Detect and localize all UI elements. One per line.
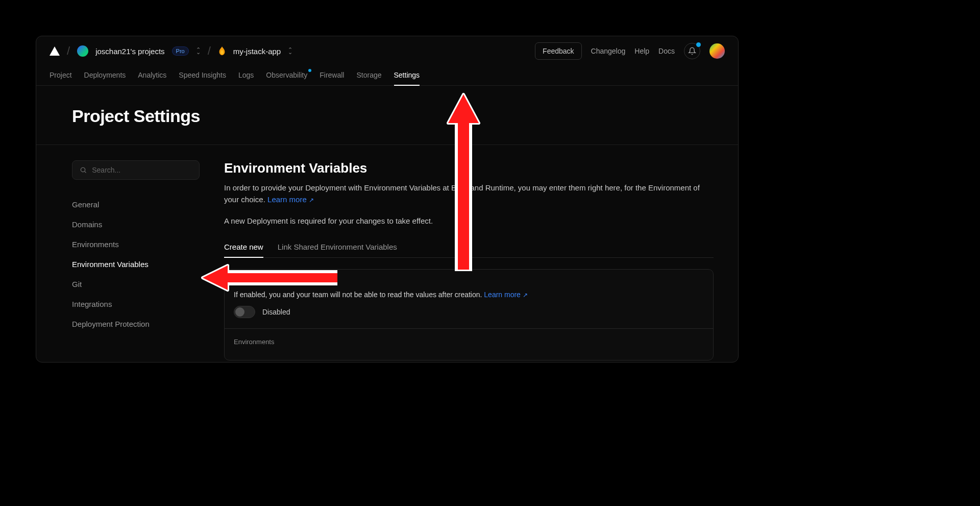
subtab-link-shared-environment-variables[interactable]: Link Shared Environment Variables	[278, 243, 397, 257]
nav-tab-observability[interactable]: Observability	[266, 66, 307, 85]
external-link-icon: ↗	[523, 292, 528, 299]
page-heading: Project Settings	[36, 86, 738, 145]
section-note: A new Deployment is required for your ch…	[224, 216, 714, 225]
breadcrumb-separator: /	[208, 44, 211, 58]
sensitive-toggle[interactable]	[234, 306, 255, 318]
svg-line-1	[85, 172, 86, 173]
environments-label: Environments	[234, 338, 704, 346]
toggle-state-label: Disabled	[262, 308, 290, 316]
section-description: In order to provide your Deployment with…	[224, 182, 714, 205]
sensitive-section: Sensitive If enabled, you and your team …	[225, 270, 713, 329]
breadcrumb: / joschan21's projects Pro ⌃⌄ / my-jstac…	[50, 44, 292, 58]
top-right-actions: Feedback Changelog Help Docs	[535, 42, 725, 60]
project-flame-icon	[218, 46, 226, 56]
sidebar-item-domains[interactable]: Domains	[72, 220, 200, 229]
sensitive-label: Sensitive	[234, 279, 704, 286]
nav-tab-firewall[interactable]: Firewall	[320, 66, 344, 85]
project-switcher-icon[interactable]: ⌃⌄	[288, 49, 292, 54]
settings-main: Environment Variables In order to provid…	[200, 160, 738, 360]
nav-tab-storage[interactable]: Storage	[356, 66, 381, 85]
team-switcher-icon[interactable]: ⌃⌄	[196, 49, 201, 54]
env-sub-tabs: Create newLink Shared Environment Variab…	[224, 243, 714, 258]
nav-tab-project[interactable]: Project	[50, 66, 72, 85]
section-title: Environment Variables	[224, 160, 714, 176]
notifications-button[interactable]	[684, 43, 700, 59]
svg-point-0	[81, 167, 85, 172]
nav-tab-settings[interactable]: Settings	[394, 66, 420, 85]
environments-section: Environments	[225, 329, 713, 360]
project-nav-tabs: ProjectDeploymentsAnalyticsSpeed Insight…	[36, 66, 738, 86]
toggle-knob-icon	[235, 307, 244, 317]
sidebar-item-environment-variables[interactable]: Environment Variables	[72, 260, 200, 269]
help-link[interactable]: Help	[634, 47, 649, 55]
bell-icon	[688, 47, 696, 55]
sidebar-item-git[interactable]: Git	[72, 280, 200, 288]
team-avatar-icon	[77, 45, 88, 57]
search-input[interactable]	[92, 166, 192, 174]
sidebar-item-integrations[interactable]: Integrations	[72, 300, 200, 308]
docs-link[interactable]: Docs	[658, 47, 675, 55]
app-window: / joschan21's projects Pro ⌃⌄ / my-jstac…	[36, 36, 739, 363]
sensitive-learn-more-link[interactable]: Learn more↗	[484, 291, 528, 299]
feedback-button[interactable]: Feedback	[535, 42, 581, 60]
user-avatar[interactable]	[709, 43, 725, 59]
nav-tab-speed-insights[interactable]: Speed Insights	[179, 66, 226, 85]
project-name[interactable]: my-jstack-app	[233, 47, 281, 56]
sidebar-item-general[interactable]: General	[72, 200, 200, 209]
settings-search[interactable]	[72, 160, 200, 180]
nav-tab-analytics[interactable]: Analytics	[138, 66, 166, 85]
changelog-link[interactable]: Changelog	[591, 47, 626, 55]
tab-notification-dot-icon	[308, 69, 311, 72]
sidebar-list: GeneralDomainsEnvironmentsEnvironment Va…	[72, 200, 200, 328]
notification-dot-icon	[696, 42, 701, 47]
sidebar-item-deployment-protection[interactable]: Deployment Protection	[72, 320, 200, 328]
learn-more-link[interactable]: Learn more↗	[267, 195, 314, 204]
plan-badge: Pro	[172, 46, 189, 56]
search-icon	[80, 166, 87, 174]
subtab-create-new[interactable]: Create new	[224, 243, 263, 257]
topbar: / joschan21's projects Pro ⌃⌄ / my-jstac…	[36, 36, 738, 66]
page-title: Project Settings	[72, 106, 702, 126]
breadcrumb-separator: /	[67, 44, 70, 58]
vercel-logo-icon[interactable]	[50, 46, 60, 56]
sensitive-toggle-row: Disabled	[234, 306, 704, 318]
sidebar-item-environments[interactable]: Environments	[72, 240, 200, 249]
sensitive-description: If enabled, you and your team will not b…	[234, 291, 704, 299]
external-link-icon: ↗	[309, 197, 314, 204]
settings-body: GeneralDomainsEnvironmentsEnvironment Va…	[36, 145, 738, 360]
settings-sidebar: GeneralDomainsEnvironmentsEnvironment Va…	[36, 160, 200, 360]
nav-tab-deployments[interactable]: Deployments	[84, 66, 126, 85]
nav-tab-logs[interactable]: Logs	[238, 66, 254, 85]
team-name[interactable]: joschan21's projects	[95, 47, 164, 56]
env-create-panel: Sensitive If enabled, you and your team …	[224, 269, 714, 360]
